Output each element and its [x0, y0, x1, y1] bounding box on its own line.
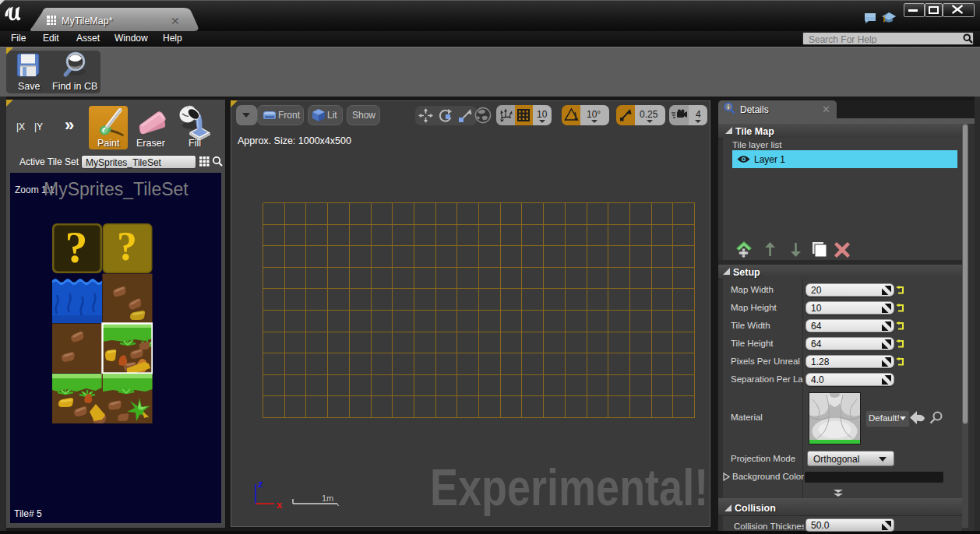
svg-text:z: z — [258, 478, 263, 490]
svg-text:x: x — [277, 499, 283, 511]
svg-text:?: ? — [117, 224, 137, 269]
svg-text:1m: 1m — [322, 494, 333, 503]
svg-text:?: ? — [65, 223, 88, 272]
